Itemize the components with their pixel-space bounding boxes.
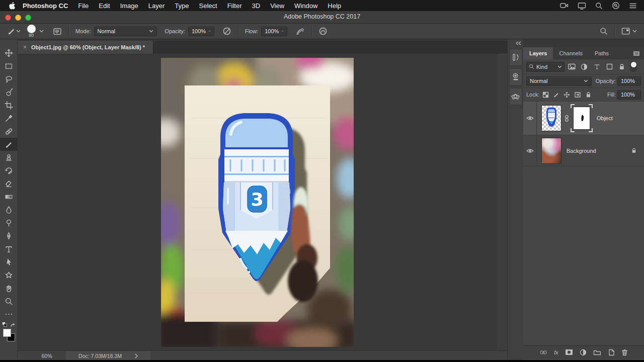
layer-blend-mode-select[interactable]: Normal [526, 76, 592, 86]
workspace-switcher-button[interactable] [619, 26, 639, 36]
menu-app-name[interactable]: Photoshop CC [23, 2, 68, 10]
flow-select[interactable]: 100% [261, 27, 287, 36]
lock-all-icon[interactable] [585, 92, 592, 98]
pressure-opacity-button[interactable] [220, 26, 233, 37]
crop-tool[interactable] [0, 99, 18, 112]
display-icon[interactable] [578, 2, 586, 10]
siri-icon[interactable] [612, 2, 620, 10]
layer-thumbnail-object[interactable] [541, 105, 561, 131]
layer-visibility-toggle[interactable] [523, 135, 537, 166]
spotlight-search-icon[interactable] [595, 2, 603, 10]
menu-image[interactable]: Image [120, 2, 138, 10]
apple-menu-icon[interactable] [9, 2, 16, 10]
new-adjustment-layer-icon[interactable] [580, 349, 587, 356]
toggle-brush-settings-panel-button[interactable] [51, 26, 64, 37]
lock-artboard-icon[interactable] [574, 92, 581, 98]
eyedropper-tool[interactable] [0, 112, 18, 125]
edit-toolbar-button[interactable] [0, 308, 18, 321]
rectangular-marquee-tool[interactable] [0, 59, 18, 72]
filter-smart-objects-icon[interactable] [616, 62, 627, 72]
eraser-tool[interactable] [0, 177, 18, 190]
layer-thumbnail-background[interactable] [541, 138, 561, 164]
layer-name[interactable]: Object [597, 115, 613, 121]
pen-tool[interactable] [0, 229, 18, 242]
menu-filter[interactable]: Filter [227, 2, 242, 10]
clone-source-panel-icon[interactable] [509, 68, 522, 85]
filter-adjustment-layers-icon[interactable] [579, 62, 590, 72]
close-tab-icon[interactable]: × [23, 44, 27, 51]
canvas-scroll-gutter[interactable] [497, 54, 507, 350]
libraries-panel-icon[interactable] [509, 88, 522, 105]
brush-size-preview[interactable]: 90 [25, 25, 38, 38]
tab-paths[interactable]: Paths [589, 47, 615, 59]
brush-settings-panel-icon[interactable] [509, 49, 522, 66]
layer-fill-select[interactable]: 100% [617, 90, 641, 100]
layer-row-object[interactable]: Object [523, 102, 644, 135]
swap-colors-icon[interactable] [10, 322, 16, 327]
lock-transparency-icon[interactable] [542, 92, 549, 98]
tool-preset-picker[interactable] [7, 27, 21, 36]
panel-menu-icon[interactable] [633, 51, 640, 56]
lasso-tool[interactable] [0, 72, 18, 85]
new-layer-icon[interactable] [608, 349, 615, 356]
status-options-chevron[interactable] [135, 353, 138, 358]
dodge-tool[interactable] [0, 216, 18, 229]
zoom-level-field[interactable]: 60% [32, 353, 62, 359]
filter-kind-select[interactable]: Kind [526, 62, 565, 72]
custom-shape-tool[interactable] [0, 268, 18, 282]
menu-3d[interactable]: 3D [252, 2, 261, 10]
layer-visibility-toggle[interactable] [523, 102, 537, 135]
history-brush-tool[interactable] [0, 164, 18, 177]
new-group-icon[interactable] [593, 349, 601, 355]
menu-type[interactable]: Type [175, 2, 189, 10]
canvas-pasteboard[interactable]: 3 [18, 54, 507, 350]
delete-layer-icon[interactable] [621, 349, 628, 356]
layer-style-icon[interactable]: fx [554, 349, 558, 355]
path-selection-tool[interactable] [0, 255, 18, 268]
menu-file[interactable]: File [78, 2, 89, 10]
screen-record-icon[interactable] [560, 2, 569, 9]
chevron-down-icon[interactable] [39, 30, 44, 33]
link-layers-icon[interactable] [539, 349, 547, 355]
blend-mode-select[interactable]: Normal [94, 27, 157, 36]
document-info[interactable]: Doc: 7.03M/18.3M [66, 351, 150, 361]
default-colors-icon[interactable] [2, 322, 8, 327]
notification-center-icon[interactable] [629, 3, 637, 9]
tab-layers[interactable]: Layers [523, 47, 553, 59]
menu-help[interactable]: Help [328, 2, 341, 10]
expand-panels-button[interactable] [508, 39, 523, 46]
menu-view[interactable]: View [270, 2, 284, 10]
brush-tool[interactable] [0, 138, 18, 151]
lock-image-icon[interactable] [553, 92, 559, 98]
layer-opacity-select[interactable]: 100% [617, 76, 641, 86]
filter-shape-layers-icon[interactable] [604, 62, 615, 72]
spot-healing-brush-tool[interactable] [0, 125, 18, 138]
opacity-select[interactable]: 100% [188, 27, 214, 36]
zoom-tool[interactable] [0, 295, 18, 308]
search-icon[interactable] [598, 26, 610, 36]
type-tool[interactable] [0, 242, 18, 255]
document-tab[interactable]: × Object1.jpg @ 60% (Object, Layer Mask/… [18, 41, 153, 54]
layer-mask-thumbnail[interactable] [572, 105, 592, 131]
quick-selection-tool[interactable] [0, 85, 18, 99]
clone-stamp-tool[interactable] [0, 151, 18, 164]
tab-channels[interactable]: Channels [553, 47, 588, 59]
canvas-photo[interactable]: 3 [161, 58, 354, 347]
hand-tool[interactable] [0, 282, 18, 295]
add-layer-mask-icon[interactable] [565, 349, 573, 355]
menu-layer[interactable]: Layer [148, 2, 165, 10]
lock-position-icon[interactable] [564, 92, 570, 98]
mask-link-icon[interactable] [562, 115, 571, 122]
filter-pixel-layers-icon[interactable] [566, 62, 577, 72]
filter-toggle-switch[interactable] [630, 61, 637, 72]
menu-select[interactable]: Select [199, 2, 217, 10]
layer-name[interactable]: Background [567, 148, 596, 154]
airbrush-button[interactable] [293, 26, 307, 37]
gradient-tool[interactable] [0, 190, 18, 203]
menu-edit[interactable]: Edit [99, 2, 110, 10]
foreground-color-swatch[interactable] [3, 329, 11, 337]
smoothing-button[interactable] [316, 26, 330, 37]
open-document-canvas[interactable]: 3 [161, 58, 354, 347]
menu-window[interactable]: Window [294, 2, 317, 10]
filter-type-layers-icon[interactable] [591, 62, 602, 72]
